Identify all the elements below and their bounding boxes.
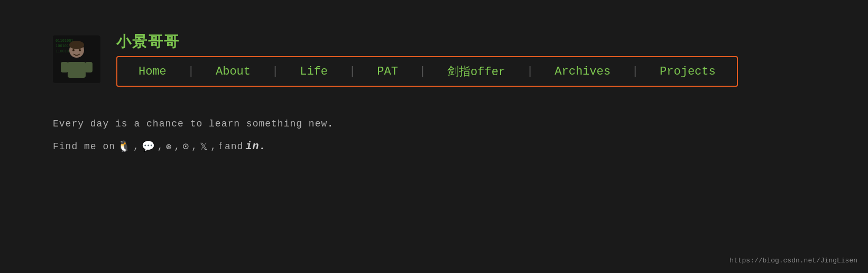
facebook-icon[interactable]: f (219, 141, 223, 152)
svg-rect-8 (85, 62, 93, 72)
qq-icon[interactable]: 🐧 (117, 140, 131, 153)
nav-item-projects[interactable]: Projects (639, 63, 737, 80)
social-comma-5: , (210, 141, 217, 152)
wechat-icon[interactable]: 💬 (142, 140, 155, 153)
social-comma-2: , (158, 141, 164, 152)
social-comma-3: , (174, 141, 181, 152)
social-comma-4: , (191, 141, 198, 152)
nav-separator-2: | (272, 65, 279, 78)
nav-separator-6: | (632, 65, 639, 78)
nav-separator-1: | (188, 65, 195, 78)
svg-point-9 (72, 49, 75, 51)
header-section: 01101001 10010110 11001010 (53, 32, 815, 87)
nav-bar: Home | About | Life | PAT | 剑指offer | Ar… (116, 56, 738, 87)
social-prefix: Find me on (53, 141, 115, 152)
tagline: Every day is a chance to learn something… (53, 119, 815, 129)
svg-point-5 (69, 41, 84, 49)
nav-item-home[interactable]: Home (117, 63, 188, 80)
page-wrapper: 01101001 10010110 11001010 (0, 0, 868, 174)
nav-separator-3: | (349, 65, 356, 78)
nav-item-pat[interactable]: PAT (356, 63, 419, 80)
header-right: 小景哥哥 Home | About | Life | PAT | 剑指offer… (116, 32, 738, 87)
social-and: and (225, 141, 243, 152)
svg-rect-7 (61, 62, 68, 72)
twitter-icon[interactable]: 𝕏 (200, 141, 208, 152)
nav-item-about[interactable]: About (195, 63, 272, 80)
nav-item-life[interactable]: Life (279, 63, 349, 80)
nav-separator-5: | (527, 65, 533, 78)
url-hint: https://blog.csdn.net/JingLisen (730, 257, 857, 265)
nav-item-jianzhi[interactable]: 剑指offer (426, 61, 527, 81)
tagline-period: . (327, 119, 334, 129)
nav-separator-4: | (419, 65, 426, 78)
nav-item-archives[interactable]: Archives (533, 63, 632, 80)
social-line: Find me on 🐧, 💬, ⊛, ⊙, 𝕏, f and in. (53, 140, 815, 153)
github-icon[interactable]: ⊙ (182, 140, 189, 153)
svg-rect-6 (68, 62, 86, 78)
svg-point-10 (79, 49, 81, 51)
linkedin-icon[interactable]: in. (245, 140, 266, 152)
site-title: 小景哥哥 (116, 32, 738, 52)
weibo-icon[interactable]: ⊛ (166, 141, 172, 152)
svg-text:01101001: 01101001 (56, 39, 73, 43)
social-comma-1: , (133, 141, 140, 152)
avatar: 01101001 10010110 11001010 (53, 35, 100, 83)
